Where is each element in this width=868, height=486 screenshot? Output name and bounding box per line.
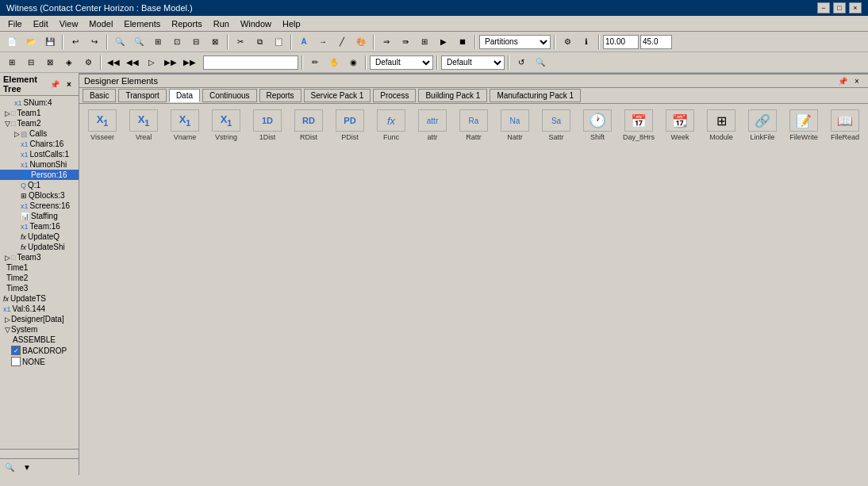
tree-item-person16[interactable]: 👤 Person:16: [0, 170, 79, 180]
tb2-node[interactable]: ◉: [344, 55, 362, 71]
designer-item-filewrite[interactable]: 📝 FileWrite: [784, 109, 824, 141]
tree-item-team3[interactable]: ▷ □ Team3: [0, 252, 79, 262]
checkbox-icon[interactable]: [11, 357, 21, 366]
tb-new[interactable]: 📄: [3, 34, 21, 50]
tree-item-assemble[interactable]: ASSEMBLE: [0, 335, 79, 345]
tab-manufacturingpack1[interactable]: Manufacturing Pack 1: [490, 89, 581, 102]
tree-sort-btn[interactable]: ▼: [19, 461, 35, 473]
tab-reports[interactable]: Reports: [259, 89, 301, 102]
tb-zoom-sel[interactable]: ⊡: [168, 34, 186, 50]
tb-undo[interactable]: ↩: [67, 34, 84, 50]
tree-item-lostcalls[interactable]: x1 LostCalls:1: [0, 149, 79, 159]
designer-item-day8hrs[interactable]: 📅 Day_8Hrs: [619, 109, 659, 141]
designer-item-vstring[interactable]: X1 Vstring: [206, 109, 246, 141]
checkbox-icon[interactable]: ✓: [11, 346, 21, 355]
tb-zoom-in[interactable]: 🔍: [111, 34, 129, 50]
tb-cut[interactable]: ✂: [232, 34, 249, 50]
tab-data[interactable]: Data: [169, 89, 200, 102]
tree-item-backdrop[interactable]: ✓ BACKDROP: [0, 345, 79, 356]
tree-item-system[interactable]: ▽ System: [0, 324, 79, 335]
run-input[interactable]: [203, 55, 298, 70]
tb-zoom-out[interactable]: 🔍: [130, 34, 148, 50]
tb-prop[interactable]: ⚙: [559, 34, 576, 50]
tree-item-updateq[interactable]: fx UpdateQ: [0, 232, 79, 242]
tab-process[interactable]: Process: [373, 89, 416, 102]
menu-file[interactable]: File: [3, 17, 27, 30]
tree-hscroll[interactable]: [0, 449, 79, 458]
tb-redo[interactable]: ↪: [86, 34, 103, 50]
tb-stop[interactable]: ⏹: [454, 34, 471, 50]
tb-open[interactable]: 📂: [22, 34, 40, 50]
designer-close[interactable]: ×: [851, 75, 863, 86]
tree-item-screens[interactable]: x1 Screens:16: [0, 201, 79, 211]
tb-color[interactable]: 🎨: [352, 34, 370, 50]
tb-text[interactable]: A: [295, 34, 313, 50]
designer-item-visseer[interactable]: X1 Visseer: [83, 109, 122, 141]
tree-close[interactable]: ×: [63, 78, 75, 90]
menu-model[interactable]: Model: [84, 17, 117, 30]
designer-item-module[interactable]: ⊞ Module: [701, 109, 741, 141]
tree-item-numonshi[interactable]: x1 NumonShi: [0, 159, 79, 170]
tb2-5[interactable]: ⚙: [79, 55, 97, 71]
tb-route[interactable]: ⇛: [397, 34, 414, 50]
menu-view[interactable]: View: [55, 17, 83, 30]
tb2-2[interactable]: ⊟: [22, 55, 40, 71]
designer-item-nattr[interactable]: Na Nattr: [495, 109, 535, 141]
tb-run[interactable]: ▶: [435, 34, 452, 50]
tree-item-calls[interactable]: ▷ ▨ Calls: [0, 128, 79, 139]
tb-grid[interactable]: ⊟: [187, 34, 205, 50]
tree-pin[interactable]: 📌: [48, 78, 61, 90]
designer-item-1dist[interactable]: 1D 1Dist: [248, 109, 287, 141]
tree-item-time2[interactable]: Time2: [0, 273, 79, 283]
menu-edit[interactable]: Edit: [29, 17, 53, 30]
coord-x-input[interactable]: 10.00: [603, 35, 639, 49]
tb-paste[interactable]: 📋: [270, 34, 287, 50]
tb2-arr-l[interactable]: ◀◀: [105, 55, 122, 71]
tree-item-qblocks[interactable]: ⊞ QBlocks:3: [0, 190, 79, 201]
designer-pin[interactable]: 📌: [836, 75, 849, 86]
menu-reports[interactable]: Reports: [167, 17, 207, 30]
tree-filter-btn[interactable]: 🔍: [2, 461, 17, 473]
tb2-1[interactable]: ⊞: [3, 55, 21, 71]
tree-item-team2[interactable]: ▽ □ Team2: [0, 118, 79, 128]
tb-line[interactable]: ╱: [333, 34, 351, 50]
designer-item-rattr[interactable]: Ra Rattr: [454, 109, 494, 141]
tb2-arr-rr[interactable]: ▶▶: [181, 55, 198, 71]
tb2-reset[interactable]: ↺: [513, 55, 530, 71]
default-dropdown2[interactable]: Default: [441, 55, 505, 70]
tree-item-time1[interactable]: Time1: [0, 262, 79, 273]
menu-run[interactable]: Run: [209, 17, 234, 30]
tb2-arr-r[interactable]: ▶▶: [162, 55, 179, 71]
tb-snap[interactable]: ⊠: [206, 34, 224, 50]
tree-item-designer[interactable]: ▷ Designer[Data]: [0, 314, 79, 324]
tab-transport[interactable]: Transport: [118, 89, 166, 102]
minimize-button[interactable]: −: [817, 2, 830, 13]
tb2-move[interactable]: ✋: [325, 55, 343, 71]
tb-info[interactable]: ℹ: [578, 34, 595, 50]
designer-item-shift[interactable]: 🕐 Shift: [578, 109, 617, 141]
tab-servicepack1[interactable]: Service Pack 1: [304, 89, 371, 102]
default-dropdown1[interactable]: Default: [370, 55, 433, 70]
tree-item-q1[interactable]: Q Q:1: [0, 180, 79, 190]
designer-item-rdist[interactable]: RD RDist: [289, 109, 328, 141]
tb-zoom-fit[interactable]: ⊞: [149, 34, 167, 50]
tb2-draw[interactable]: ✏: [306, 55, 324, 71]
tree-item-time3[interactable]: Time3: [0, 283, 79, 293]
tb-copy[interactable]: ⧉: [251, 34, 268, 50]
tb2-mag[interactable]: 🔍: [532, 55, 549, 71]
designer-item-attr[interactable]: attr attr: [413, 109, 452, 141]
tree-item-staffing[interactable]: 📊 Staffing: [0, 211, 79, 221]
menu-elements[interactable]: Elements: [119, 17, 165, 30]
tb2-arr-ll[interactable]: ◀◀: [124, 55, 141, 71]
designer-item-pdist[interactable]: PD PDist: [330, 109, 370, 141]
partitions-dropdown[interactable]: Partitions: [479, 35, 551, 49]
coord-y-input[interactable]: 45.0: [640, 35, 672, 49]
tree-item-team1[interactable]: ▷ □ Team1: [0, 108, 79, 118]
tree-item-chairs[interactable]: x1 Chairs:16: [0, 139, 79, 149]
tb2-4[interactable]: ◈: [60, 55, 78, 71]
tree-item-none[interactable]: NONE: [0, 356, 79, 367]
designer-item-vname[interactable]: X1 Vname: [165, 109, 205, 141]
tree-item-updateshi[interactable]: fx UpdateShi: [0, 242, 79, 252]
tab-buildingpack1[interactable]: Building Pack 1: [418, 89, 487, 102]
designer-item-week[interactable]: 📆 Week: [660, 109, 700, 141]
